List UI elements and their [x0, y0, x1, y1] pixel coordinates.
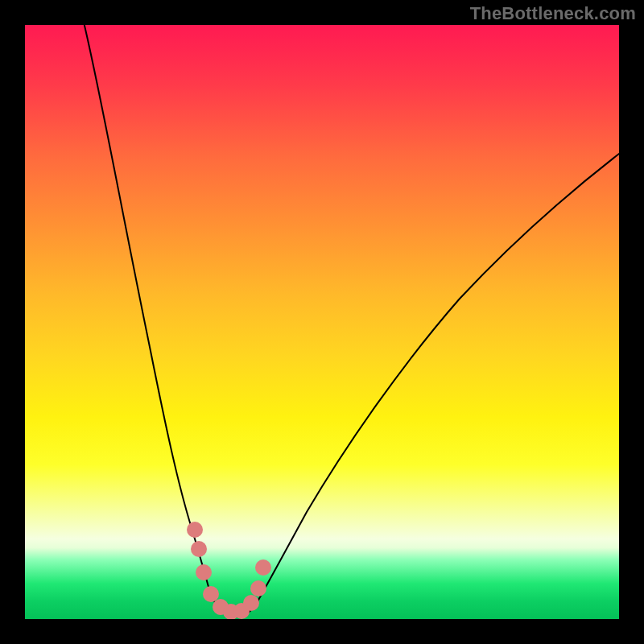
marker-dot — [243, 595, 259, 611]
marker-dot — [196, 564, 212, 580]
curve-layer — [25, 25, 619, 619]
marker-group — [187, 522, 271, 619]
bottleneck-curve — [85, 25, 619, 616]
chart-frame: TheBottleneck.com — [0, 0, 644, 644]
marker-dot — [187, 522, 203, 538]
marker-dot — [191, 541, 207, 557]
plot-area — [25, 25, 619, 619]
marker-dot — [250, 580, 266, 597]
curve-svg — [25, 25, 619, 619]
marker-dot — [255, 559, 271, 576]
marker-dot — [203, 586, 219, 602]
watermark-text: TheBottleneck.com — [470, 3, 636, 24]
